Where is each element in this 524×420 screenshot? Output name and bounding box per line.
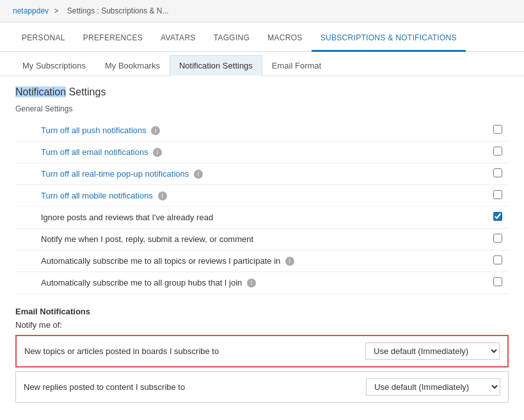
checkbox-cell-ignore-read: [483, 207, 509, 229]
checkbox-realtime[interactable]: [493, 168, 502, 177]
general-settings-label: General Settings: [15, 104, 509, 113]
setting-label-mobile: Turn off all mobile notifications i: [15, 185, 483, 207]
checkbox-cell-notify-post: [483, 229, 509, 250]
checkbox-cell-auto-groups: [483, 272, 509, 294]
notif-row-label-new-topics: New topics or articles posted in boards …: [24, 346, 365, 356]
checkbox-mobile[interactable]: [493, 190, 502, 199]
notif-row-new-topics: New topics or articles posted in boards …: [15, 335, 509, 368]
tab-preferences[interactable]: PREFERENCES: [74, 26, 152, 52]
email-notifications-section: Email Notifications Notify me of: New to…: [15, 307, 509, 403]
checkbox-auto-topics[interactable]: [493, 255, 502, 264]
checkbox-cell-mobile: [483, 185, 509, 207]
setting-label-push: Turn off all push notifications i: [15, 120, 483, 141]
page-title-suffix: Settings: [66, 86, 106, 97]
setting-label-ignore-read: Ignore posts and reviews that I've alrea…: [15, 207, 483, 229]
notif-select-new-topics[interactable]: Use default (Immediately) Immediately Da…: [365, 343, 500, 360]
breadcrumb-site-link[interactable]: netappdev: [13, 6, 49, 15]
table-row: Turn off all email notifications i: [15, 141, 509, 163]
table-row: Ignore posts and reviews that I've alrea…: [15, 207, 509, 229]
info-icon-auto-topics[interactable]: i: [285, 257, 294, 266]
info-icon-realtime[interactable]: i: [194, 170, 203, 179]
table-row: Automatically subscribe me to all topics…: [15, 250, 509, 272]
notif-row-label-new-replies: New replies posted to content I subscrib…: [24, 382, 366, 392]
checkbox-cell-realtime: [483, 163, 509, 185]
table-row: Turn off all real-time pop-up notificati…: [15, 163, 509, 185]
breadcrumb-separator: >: [54, 6, 58, 15]
setting-label-auto-groups: Automatically subscribe me to all group …: [15, 272, 483, 294]
checkbox-cell-auto-topics: [483, 250, 509, 272]
tab-avatars[interactable]: AVATARS: [152, 26, 205, 52]
page-title: Notification Settings: [15, 86, 509, 98]
notify-me-label: Notify me of:: [15, 320, 509, 330]
notif-select-new-replies[interactable]: Use default (Immediately) Immediately Da…: [366, 378, 500, 396]
table-row: Turn off all push notifications i: [15, 120, 509, 141]
sub-tabs: My Subscriptions My Bookmarks Notificati…: [0, 55, 524, 76]
general-settings-table: Turn off all push notifications i Turn o…: [15, 120, 509, 294]
subtab-my-bookmarks[interactable]: My Bookmarks: [95, 55, 170, 76]
checkbox-notify-post[interactable]: [493, 234, 502, 243]
checkbox-auto-groups[interactable]: [493, 277, 502, 286]
setting-label-realtime: Turn off all real-time pop-up notificati…: [15, 163, 483, 185]
checkbox-email[interactable]: [493, 147, 502, 156]
info-icon-email[interactable]: i: [153, 148, 162, 157]
subtab-email-format[interactable]: Email Format: [262, 55, 331, 76]
table-row: Automatically subscribe me to all group …: [15, 272, 509, 294]
page-title-highlight: Notification: [15, 86, 66, 97]
info-icon-push[interactable]: i: [151, 126, 160, 135]
breadcrumb: netappdev > Settings : Subscriptions & N…: [0, 0, 524, 22]
info-icon-mobile[interactable]: i: [158, 191, 167, 200]
checkbox-push[interactable]: [493, 125, 502, 134]
tab-macros[interactable]: MACROS: [258, 26, 311, 52]
main-content: Notification Settings General Settings T…: [0, 76, 524, 417]
setting-label-notify-post: Notify me when I post, reply, submit a r…: [15, 229, 483, 250]
tab-tagging[interactable]: TAGGING: [205, 26, 259, 52]
checkbox-ignore-read[interactable]: [493, 212, 502, 221]
setting-label-auto-topics: Automatically subscribe me to all topics…: [15, 250, 483, 272]
subtab-notification-settings[interactable]: Notification Settings: [170, 55, 262, 76]
tab-subscriptions[interactable]: SUBSCRIPTIONS & NOTIFICATIONS: [312, 26, 466, 52]
breadcrumb-page: Settings : Subscriptions & N...: [67, 6, 169, 15]
checkbox-cell-email: [483, 141, 509, 163]
table-row: Turn off all mobile notifications i: [15, 185, 509, 207]
table-row: Notify me when I post, reply, submit a r…: [15, 229, 509, 250]
tab-personal[interactable]: PERSONAL: [13, 26, 74, 52]
notif-row-new-replies: New replies posted to content I subscrib…: [15, 371, 509, 403]
email-notif-label: Email Notifications: [15, 307, 509, 316]
subtab-my-subscriptions[interactable]: My Subscriptions: [13, 55, 95, 76]
info-icon-auto-groups[interactable]: i: [247, 279, 256, 287]
setting-label-email: Turn off all email notifications i: [15, 141, 483, 163]
top-tabs: PERSONAL PREFERENCES AVATARS TAGGING MAC…: [0, 26, 524, 52]
checkbox-cell-push: [483, 120, 509, 141]
